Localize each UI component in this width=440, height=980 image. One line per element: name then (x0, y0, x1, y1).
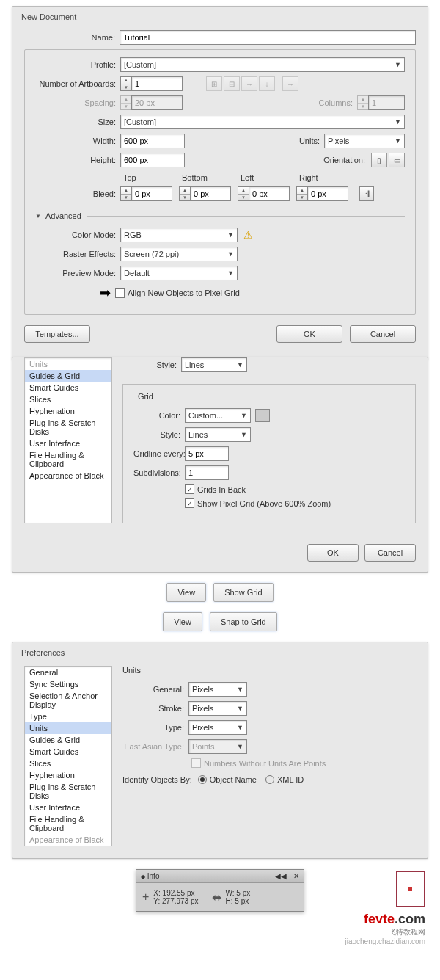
callout-arrow-icon: ➡ (100, 285, 111, 301)
object-name-radio[interactable] (198, 775, 207, 784)
bleed-link-icon[interactable]: 𝄇 (359, 186, 374, 201)
preferences-guides-dialog: Units Guides & Grid Smart Guides Slices … (12, 357, 428, 573)
sidebar-item[interactable]: Units (25, 722, 111, 734)
arrange-grid-col-icon: ⊟ (224, 76, 240, 91)
sidebar-item[interactable]: Guides & Grid (25, 734, 111, 746)
ok-button[interactable]: OK (276, 325, 342, 343)
size-select[interactable]: [Custom]▼ (120, 115, 405, 129)
sidebar-item[interactable]: Guides & Grid (25, 370, 111, 382)
bleed-left-label: Left (241, 173, 299, 182)
info-h-value: 5 px (235, 897, 249, 905)
east-asian-select: Points▼ (188, 739, 247, 754)
size-label: Size: (35, 117, 120, 126)
watermark-logo-icon (396, 871, 425, 907)
width-input[interactable] (120, 134, 185, 148)
bleed-top-stepper[interactable]: ▲▼ (120, 186, 179, 201)
name-label: Name: (24, 33, 120, 42)
panel-close-icon[interactable]: ✕ (293, 872, 299, 880)
bleed-right-stepper[interactable]: ▲▼ (296, 186, 355, 201)
preview-select[interactable]: Default▼ (120, 266, 238, 280)
orientation-landscape-icon[interactable]: ▭ (389, 153, 405, 167)
profile-fieldset: Profile: [Custom]▼ Number of Artboards: … (24, 49, 416, 315)
new-document-dialog: New Document Name: Profile: [Custom]▼ Nu… (12, 6, 428, 360)
stroke-units-select[interactable]: Pixels▼ (188, 701, 247, 716)
xml-id-radio[interactable] (265, 775, 274, 784)
grid-style-label: Style: (133, 430, 185, 439)
snap-to-grid-button[interactable]: Snap to Grid (210, 612, 277, 631)
units-select[interactable]: Pixels▼ (324, 134, 405, 148)
sidebar-item[interactable]: Appearance of Black (25, 834, 111, 846)
width-label: Width: (35, 137, 120, 145)
ok-button[interactable]: OK (307, 544, 359, 562)
sidebar-item[interactable]: General (25, 667, 111, 678)
align-pixel-checkbox[interactable] (115, 288, 125, 298)
grid-color-label: Color: (133, 411, 185, 420)
profile-select[interactable]: [Custom]▼ (120, 57, 405, 72)
sidebar-item[interactable]: Hyphenation (25, 769, 111, 781)
east-asian-label: East Asian Type: (122, 742, 188, 751)
grids-back-label: Grids In Back (197, 485, 246, 494)
info-x-value: 192.55 px (163, 889, 195, 897)
show-grid-button[interactable]: Show Grid (213, 583, 273, 602)
guides-style-select[interactable]: Lines▼ (181, 357, 247, 372)
advanced-header[interactable]: ▼ Advanced (35, 211, 405, 220)
sidebar-item[interactable]: User Interface (25, 438, 111, 449)
bleed-left-stepper[interactable]: ▲▼ (238, 186, 296, 201)
raster-select[interactable]: Screen (72 ppi)▼ (120, 247, 238, 261)
sidebar-item[interactable]: Slices (25, 758, 111, 769)
type-units-label: Type: (122, 723, 188, 732)
view-button[interactable]: View (166, 583, 206, 602)
arrange-row-right-icon: → (241, 76, 257, 91)
cancel-button[interactable]: Cancel (350, 325, 416, 343)
watermark-url: jiaocheng.chazidian.com (345, 937, 425, 945)
bleed-bottom-label: Bottom (182, 173, 241, 182)
sidebar-item[interactable]: Plug-ins & Scratch Disks (25, 417, 111, 438)
sidebar-item[interactable]: Smart Guides (25, 382, 111, 393)
sidebar-item[interactable]: Hyphenation (25, 405, 111, 417)
arrange-row-down-icon: ↓ (259, 76, 275, 91)
colormode-select[interactable]: RGB▼ (120, 228, 238, 242)
panel-collapse-icon[interactable]: ◀◀ (275, 872, 287, 880)
artboards-stepper[interactable]: ▲▼ (120, 76, 183, 91)
show-pixel-grid-checkbox[interactable]: ✓ (185, 498, 194, 508)
height-label: Height: (35, 156, 120, 164)
bleed-right-label: Right (299, 173, 358, 182)
bleed-bottom-stepper[interactable]: ▲▼ (179, 186, 238, 201)
sidebar-item[interactable]: Selection & Anchor Display (25, 690, 111, 711)
name-input[interactable] (120, 30, 416, 45)
preferences-units-dialog: Preferences General Sync Settings Select… (12, 642, 428, 859)
sidebar-item[interactable]: Sync Settings (25, 678, 111, 690)
type-units-select[interactable]: Pixels▼ (188, 720, 247, 735)
sidebar-item[interactable]: File Handling & Clipboard (25, 449, 111, 470)
cancel-button[interactable]: Cancel (364, 544, 416, 562)
colormode-label: Color Mode: (35, 231, 120, 239)
height-input[interactable] (120, 153, 185, 167)
watermark-subtitle: 飞特教程网 (389, 928, 425, 936)
info-panel: ◆ Info ◀◀ ✕ + X: 192.55 px Y: 277.973 px… (136, 869, 304, 912)
subdivisions-input[interactable] (185, 465, 229, 480)
view-button[interactable]: View (163, 612, 202, 631)
grid-color-select[interactable]: Custom...▼ (185, 408, 251, 423)
arrange-grid-row-icon: ⊞ (206, 76, 222, 91)
templates-button[interactable]: Templates... (24, 325, 90, 343)
grids-back-checkbox[interactable]: ✓ (185, 484, 194, 494)
gridline-input[interactable] (185, 446, 229, 461)
object-name-label: Object Name (210, 775, 257, 784)
sidebar-item[interactable]: File Handling & Clipboard (25, 813, 111, 834)
stroke-units-label: Stroke: (122, 704, 188, 713)
spacing-label: Spacing: (35, 98, 120, 107)
sidebar-item[interactable]: Slices (25, 393, 111, 405)
raster-label: Raster Effects: (35, 250, 120, 258)
preferences-sidebar: Units Guides & Grid Smart Guides Slices … (24, 357, 112, 523)
sidebar-item[interactable]: Type (25, 711, 111, 722)
general-units-select[interactable]: Pixels▼ (188, 682, 247, 697)
info-y-value: 277.973 px (162, 897, 199, 905)
orientation-portrait-icon[interactable]: ▯ (371, 153, 387, 167)
grid-style-select[interactable]: Lines▼ (185, 427, 251, 442)
sidebar-item[interactable]: Appearance of Black (25, 470, 111, 482)
sidebar-item[interactable]: Units (25, 358, 111, 370)
sidebar-item[interactable]: Plug-ins & Scratch Disks (25, 781, 111, 802)
sidebar-item[interactable]: Smart Guides (25, 746, 111, 758)
sidebar-item[interactable]: User Interface (25, 802, 111, 813)
grid-color-swatch[interactable] (255, 409, 270, 422)
